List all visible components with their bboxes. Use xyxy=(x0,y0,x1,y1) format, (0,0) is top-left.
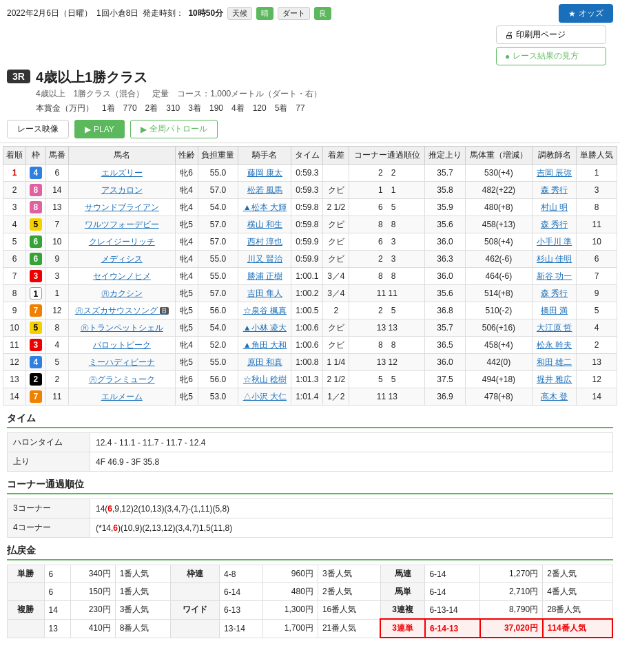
cell-trainer[interactable]: 新谷 功一 xyxy=(532,268,576,285)
cell-agari: 36.0 xyxy=(425,268,466,285)
cell-agari: 35.7 xyxy=(425,165,466,182)
cell-jockey[interactable]: 松若 風馬 xyxy=(238,182,291,199)
cell-trainer[interactable]: 松永 幹夫 xyxy=(532,337,576,354)
cell-time: 1:00.5 xyxy=(291,302,323,319)
cell-popular: 12 xyxy=(577,371,617,388)
cell-trainer[interactable]: 堀井 雅広 xyxy=(532,371,576,388)
col-name: 馬名 xyxy=(68,147,175,165)
cell-trainer[interactable]: 杉山 佳明 xyxy=(532,251,576,268)
cell-agari: 36.5 xyxy=(425,337,466,354)
cell-jockey[interactable]: ▲小林 凌大 xyxy=(238,319,291,337)
cell-name[interactable]: アスカロン xyxy=(68,182,175,199)
cell-corner: 2 5 xyxy=(349,302,425,319)
cell-jockey[interactable]: ▲角田 大和 xyxy=(238,337,291,354)
time-row-halon: ハロンタイム 12.4 - 11.1 - 11.7 - 11.7 - 12.4 xyxy=(8,433,613,452)
payout-label-empty4 xyxy=(171,619,220,638)
time-value-halon: 12.4 - 11.1 - 11.7 - 11.7 - 12.4 xyxy=(90,433,613,452)
cell-name[interactable]: ㊊トランペットシェル xyxy=(68,319,175,337)
payout-pay-sanrenfuku: 8,790円 xyxy=(480,601,543,620)
cell-trainer[interactable]: 和田 雄二 xyxy=(532,354,576,371)
cell-name[interactable]: サウンドブライアン xyxy=(68,199,175,216)
cell-name[interactable]: セイウンノヒメ xyxy=(68,268,175,285)
cell-name[interactable]: ミーハディビーナ xyxy=(68,354,175,371)
cell-uma: 9 xyxy=(45,251,68,268)
payout-label-wakuren: 枠連 xyxy=(171,565,220,583)
cell-time: 0:59.8 xyxy=(291,216,323,233)
cell-time: 0:59.3 xyxy=(291,165,323,182)
cell-uma: 2 xyxy=(45,371,68,388)
cell-name[interactable]: ワルツフォーデビー xyxy=(68,216,175,233)
cell-jockey[interactable]: 藤岡 康太 xyxy=(238,165,291,182)
cell-weight: 57.0 xyxy=(198,216,238,233)
cell-body: 506(+16) xyxy=(465,319,532,337)
cell-rank: 9 xyxy=(3,302,26,319)
result-button[interactable]: ● レース結果の見方 xyxy=(496,47,606,65)
odds-button[interactable]: ★ オッズ xyxy=(559,4,613,23)
payout-label-tansho: 単勝 xyxy=(8,565,45,583)
cell-jockey[interactable]: 勝浦 正樹 xyxy=(238,268,291,285)
cell-corner: 5 5 xyxy=(349,371,425,388)
cell-jockey[interactable]: 原田 和真 xyxy=(238,354,291,371)
cell-name[interactable]: ㊊カクシン xyxy=(68,285,175,302)
cell-diff: 1／2 xyxy=(323,388,349,406)
cell-jockey[interactable]: ☆泉谷 楓真 xyxy=(238,302,291,319)
cell-trainer[interactable]: 小手川 準 xyxy=(532,233,576,251)
payout-pop-fukusho-14: 3番人気 xyxy=(115,601,171,620)
cell-name[interactable]: エルメーム xyxy=(68,388,175,406)
cell-trainer[interactable]: 吉岡 辰弥 xyxy=(532,165,576,182)
cell-trainer[interactable]: 村山 明 xyxy=(532,199,576,216)
cell-jockey[interactable]: ▲松本 大輝 xyxy=(238,199,291,216)
cell-rank: 13 xyxy=(3,371,26,388)
tab-patrol[interactable]: ▶ 全周パトロール xyxy=(130,120,218,138)
play-icon: ▶ xyxy=(85,125,91,134)
corner-label-4: 4コーナー xyxy=(8,518,90,538)
cell-uma: 11 xyxy=(45,388,68,406)
start-time: 10時50分 xyxy=(188,8,223,19)
payout-pop-wakuren: 3番人気 xyxy=(318,565,380,583)
cell-trainer[interactable]: 森 秀行 xyxy=(532,216,576,233)
tab-movie[interactable]: レース映像 xyxy=(7,120,69,138)
cell-name[interactable]: パロットビーク xyxy=(68,337,175,354)
cell-trainer[interactable]: 高木 登 xyxy=(532,388,576,406)
cell-weight: 57.0 xyxy=(198,182,238,199)
cell-weight: 55.0 xyxy=(198,354,238,371)
cell-name[interactable]: エルズリー xyxy=(68,165,175,182)
cell-name[interactable]: クレイジーリッチ xyxy=(68,233,175,251)
payout-num-sanrenfuku: 6-13-14 xyxy=(425,601,480,620)
cell-rank: 8 xyxy=(3,285,26,302)
cell-waku: 4 xyxy=(26,354,46,371)
cell-jockey[interactable]: 西村 淳也 xyxy=(238,233,291,251)
corner-label-3: 3コーナー xyxy=(8,499,90,518)
cell-name[interactable]: メディシス xyxy=(68,251,175,268)
col-agari: 推定上り xyxy=(425,147,466,165)
payout-label-sanrentan: 3連単 xyxy=(380,619,425,638)
cell-jockey[interactable]: 川又 賢治 xyxy=(238,251,291,268)
cell-trainer[interactable]: 橋田 満 xyxy=(532,302,576,319)
tab-play[interactable]: ▶ PLAY xyxy=(74,120,125,138)
cell-diff: 2 1/2 xyxy=(323,199,349,216)
cell-name[interactable]: ㊊スズカサウスソング B xyxy=(68,302,175,319)
cell-agari: 35.8 xyxy=(425,182,466,199)
cell-uma: 12 xyxy=(45,302,68,319)
cell-trainer[interactable]: 森 秀行 xyxy=(532,182,576,199)
cell-rank: 10 xyxy=(3,319,26,337)
cell-jockey[interactable]: ☆秋山 稔樹 xyxy=(238,371,291,388)
track-condition: 良 xyxy=(314,7,331,20)
cell-name[interactable]: ㊊グランミューク xyxy=(68,371,175,388)
col-trainer: 調教師名 xyxy=(532,147,576,165)
cell-jockey[interactable]: 横山 和生 xyxy=(238,216,291,233)
cell-trainer[interactable]: 大江原 哲 xyxy=(532,319,576,337)
cell-jockey[interactable]: 吉田 隼人 xyxy=(238,285,291,302)
cell-agari: 36.8 xyxy=(425,302,466,319)
cell-jockey[interactable]: △小沢 大仁 xyxy=(238,388,291,406)
cell-agari: 35.6 xyxy=(425,216,466,233)
cell-weight: 54.0 xyxy=(198,319,238,337)
cell-weight: 56.0 xyxy=(198,302,238,319)
cell-uma: 7 xyxy=(45,216,68,233)
cell-trainer[interactable]: 森 秀行 xyxy=(532,285,576,302)
cell-agari: 36.0 xyxy=(425,233,466,251)
payout-pop-wide-1: 16番人気 xyxy=(318,601,380,620)
print-button[interactable]: 🖨 印刷用ページ xyxy=(496,25,606,44)
race-num-badge: 3R xyxy=(7,70,30,83)
time-section: タイム ハロンタイム 12.4 - 11.1 - 11.7 - 11.7 - 1… xyxy=(0,406,620,472)
